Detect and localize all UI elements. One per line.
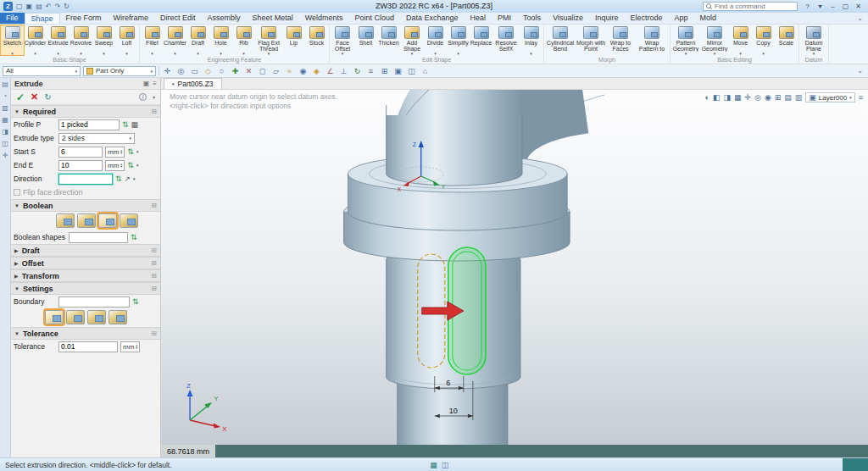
ribbon-button[interactable]: Scale	[775, 25, 798, 55]
scope-filter-select[interactable]: Part Only ▾	[83, 66, 156, 76]
new-file-icon[interactable]: ▢	[16, 0, 23, 13]
menu-tab[interactable]: Data Exchange	[400, 13, 465, 24]
circle-select-icon[interactable]: ○	[216, 65, 227, 77]
menu-tab[interactable]: Assembly	[202, 13, 247, 24]
section-grid-icon[interactable]: ⊞	[151, 259, 157, 267]
help-icon[interactable]: ?	[801, 0, 814, 13]
maximize-icon[interactable]: ▢	[839, 0, 852, 13]
start-unit-spinner[interactable]: mm ▴▾	[105, 147, 125, 158]
menu-tab[interactable]: Wireframe	[108, 13, 155, 24]
ribbon-button[interactable]: Inlay ▾	[520, 25, 542, 55]
plane-icon[interactable]: ▣	[392, 65, 403, 77]
ribbon-collapse-icon[interactable]: ⌄	[852, 13, 868, 24]
boolean-add-icon[interactable]	[77, 213, 96, 228]
layer-panel-icon[interactable]: ▦	[2, 117, 8, 124]
role-icon[interactable]: ✛	[3, 152, 8, 159]
half-section-icon[interactable]: ◨	[723, 92, 731, 103]
shade-mode-icon[interactable]: ◐	[705, 92, 709, 103]
manager-tab-icon[interactable]: ▤	[2, 81, 8, 88]
display-mode-icon[interactable]: ▦	[430, 461, 437, 469]
ribbon-button[interactable]: Hole ▾	[209, 25, 232, 55]
model-canvas[interactable]: Z X Y	[161, 90, 868, 445]
ribbon-button[interactable]: Thicken	[377, 25, 400, 55]
section-required[interactable]: ▼ Required ⊞	[11, 105, 160, 118]
section-grid-icon[interactable]: ⊞	[151, 272, 157, 280]
ribbon-button[interactable]: Mirror Geometry ▾	[700, 25, 729, 55]
ribbon-button[interactable]: Lip	[282, 25, 305, 55]
close-icon[interactable]: ✕	[852, 0, 865, 13]
menu-tab[interactable]: Visualize	[547, 13, 589, 24]
section-tolerance[interactable]: ▼ Tolerance ⊞	[11, 327, 160, 340]
menu-tab[interactable]: Tools	[517, 13, 547, 24]
end-input[interactable]	[58, 160, 103, 171]
list-icon[interactable]: ≡	[365, 65, 376, 77]
swap-icon[interactable]: ⇅	[131, 232, 137, 243]
ribbon-button[interactable]: Resolve SelfX	[492, 25, 520, 55]
end-unit-spinner[interactable]: mm ▴▾	[105, 160, 125, 171]
section-icon[interactable]: ◫	[406, 65, 417, 77]
perpendicular-icon[interactable]: ⊥	[338, 65, 349, 77]
swap-icon[interactable]: ⇅	[127, 160, 134, 171]
boolean-base-icon[interactable]	[56, 213, 75, 228]
curve-filter-icon[interactable]: ≈	[284, 65, 295, 77]
swap-icon[interactable]: ⇅	[122, 119, 129, 130]
boundary-option-2-icon[interactable]	[66, 310, 85, 324]
pick-mode-icon[interactable]: ✛	[162, 65, 173, 77]
point-filter-icon[interactable]: ◉	[298, 65, 309, 77]
start-input[interactable]	[58, 147, 103, 158]
wireframe-mode-icon[interactable]: ◧	[713, 92, 721, 103]
swap-icon[interactable]: ⇅	[132, 296, 139, 308]
ribbon-button[interactable]: Morph with Point	[576, 25, 606, 55]
chevron-down-icon[interactable]: ▾	[136, 163, 139, 168]
view-panel-icon[interactable]: ◨	[2, 129, 8, 136]
ribbon-button[interactable]: Stock	[305, 25, 328, 55]
pin-icon[interactable]: ▣	[143, 80, 150, 87]
menu-tab[interactable]: Weldments	[299, 13, 349, 24]
ribbon-button[interactable]: Sketch ▾	[1, 25, 24, 55]
ribbon-button[interactable]: Pattern Geometry ▾	[671, 25, 700, 55]
document-tab[interactable]: ▾ Part005.Z3	[164, 78, 222, 89]
section-grid-icon[interactable]: ⊞	[151, 285, 157, 292]
boolean-shapes-input[interactable]	[69, 232, 128, 243]
section-transform[interactable]: ▶ Transform ⊞	[11, 269, 160, 282]
menu-tab[interactable]: Electrode	[625, 13, 669, 24]
pick-direction-icon[interactable]: ↗	[125, 174, 131, 185]
model-scene[interactable]: Z X Y	[161, 90, 868, 445]
profile-input[interactable]	[58, 119, 120, 130]
menu-tab[interactable]: Free Form	[60, 13, 108, 24]
direction-input[interactable]	[58, 174, 113, 185]
menu-tab[interactable]: Mold	[694, 13, 723, 24]
section-grid-icon[interactable]: ⊞	[151, 108, 157, 115]
history-icon[interactable]: ◔	[3, 93, 8, 100]
ui-style-dropdown-icon[interactable]: ▾	[814, 0, 826, 13]
select-icon[interactable]: ◎	[175, 65, 186, 77]
grid-toggle-icon[interactable]: ⊞	[379, 65, 390, 77]
chevron-down-icon[interactable]: ▾	[133, 176, 136, 181]
ribbon-button[interactable]: Move ▾	[729, 25, 752, 55]
open-file-icon[interactable]: ▣	[26, 0, 33, 13]
ribbon-button[interactable]: Rib ▾	[232, 25, 255, 55]
ribbon-button[interactable]: Add Shape ▾	[400, 25, 424, 55]
view-manager-icon[interactable]: ▤	[784, 92, 792, 103]
menu-tab[interactable]: App	[669, 13, 694, 24]
ribbon-button[interactable]: Flag Ext Thread ▾	[255, 25, 282, 55]
extrude-type-select[interactable]: 2 sides ▾	[58, 133, 135, 144]
ribbon-button[interactable]: Sweep ▾	[92, 25, 115, 55]
redo-icon[interactable]: ↷	[54, 0, 60, 13]
ribbon-button[interactable]: Copy ▾	[752, 25, 775, 55]
tolerance-unit-spinner[interactable]: mm ▴▾	[120, 341, 140, 352]
ribbon-button[interactable]: Cylindrical Bend	[545, 25, 576, 55]
ribbon-button[interactable]: Draft ▾	[186, 25, 209, 55]
apply-button[interactable]: ↻	[44, 92, 51, 102]
ribbon-button[interactable]: Simplify ▾	[447, 25, 470, 55]
ribbon-button[interactable]: Revolve ▾	[70, 25, 92, 55]
cancel-button[interactable]: ✕	[31, 91, 38, 103]
refresh-icon[interactable]: ↻	[352, 65, 363, 77]
info-icon[interactable]: i	[139, 93, 147, 101]
swap-icon[interactable]: ⇅	[115, 174, 122, 185]
regen-icon[interactable]: ↻	[64, 0, 70, 13]
ok-button[interactable]: ✓	[16, 91, 25, 103]
ribbon-button[interactable]: Wrap to Faces	[606, 25, 635, 55]
ribbon-button[interactable]: Cylinder ▾	[24, 25, 47, 55]
edge-filter-icon[interactable]: ▱	[270, 65, 281, 77]
